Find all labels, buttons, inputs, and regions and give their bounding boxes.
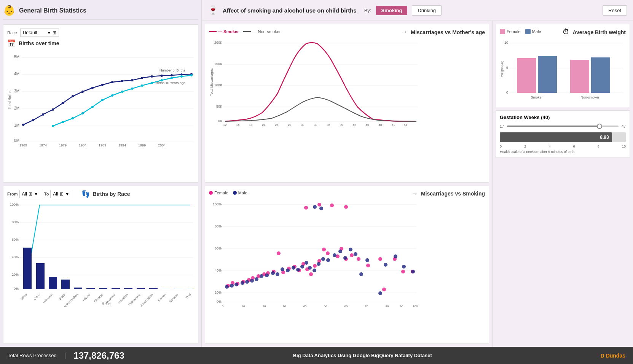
svg-text:Number of Births: Number of Births	[159, 68, 185, 72]
svg-text:Korean: Korean	[157, 293, 167, 302]
miscarriages-card: — Smoker — Non-smoker → Miscarriages vs …	[205, 24, 489, 183]
svg-rect-229	[517, 58, 536, 93]
svg-text:20: 20	[263, 305, 266, 308]
footer: Total Rows Processed | 137,826,763 Big D…	[0, 347, 633, 364]
svg-point-16	[52, 108, 54, 111]
svg-text:White: White	[20, 293, 28, 301]
right-header: 🍷 Affect of smoking and alcohol use on c…	[202, 0, 633, 21]
svg-point-190	[305, 261, 308, 265]
svg-point-157	[322, 248, 326, 251]
svg-rect-70	[36, 263, 45, 289]
svg-point-159	[304, 206, 308, 210]
svg-text:90: 90	[400, 305, 403, 308]
svg-point-195	[326, 258, 330, 262]
svg-point-179	[250, 279, 254, 283]
births-time-title: 📅 Births over time	[7, 39, 194, 48]
svg-text:Year: Year	[104, 149, 112, 149]
svg-text:Non-smoker: Non-smoker	[580, 95, 599, 99]
svg-text:Thai: Thai	[185, 293, 192, 300]
right-panel: 🍷 Affect of smoking and alcohol use on c…	[202, 0, 633, 347]
svg-point-174	[225, 285, 229, 289]
left-panel: 👶 General Birth Statistics Race Default …	[0, 0, 202, 347]
svg-text:1979: 1979	[59, 143, 67, 147]
svg-text:33: 33	[314, 123, 317, 126]
svg-point-36	[101, 99, 104, 101]
svg-point-38	[121, 91, 123, 93]
births-time-svg: 5M 4M 3M 2M 1M 0M Total	[7, 51, 194, 149]
svg-point-203	[359, 272, 363, 276]
svg-rect-81	[174, 289, 183, 289]
svg-text:Black: Black	[58, 292, 66, 300]
from-value: All	[22, 191, 27, 197]
svg-point-39	[131, 87, 133, 90]
smoker-legend-item: — Smoker	[209, 29, 239, 34]
race-filter-row: Race Default ▼ ⊞	[7, 29, 194, 37]
svg-point-208	[402, 265, 406, 269]
svg-point-205	[378, 291, 382, 295]
svg-text:200K: 200K	[214, 41, 222, 45]
svg-text:15: 15	[236, 123, 240, 126]
svg-text:21: 21	[262, 123, 266, 126]
svg-text:70: 70	[365, 305, 368, 308]
race-select[interactable]: Default ▼ ⊞	[20, 29, 59, 37]
svg-text:54: 54	[404, 123, 407, 126]
svg-point-177	[241, 281, 244, 285]
svg-text:12: 12	[223, 123, 227, 126]
svg-text:5: 5	[506, 66, 508, 70]
race-filter-label: Race	[7, 30, 17, 35]
svg-text:0: 0	[506, 91, 508, 94]
births-race-title: 👣 Births by Race	[81, 190, 130, 198]
svg-point-182	[265, 273, 269, 277]
svg-text:60%: 60%	[12, 238, 19, 242]
female-legend-label: Female	[214, 191, 228, 195]
svg-point-166	[344, 205, 348, 209]
svg-text:Weight (LB): Weight (LB)	[500, 61, 504, 77]
svg-point-19	[81, 91, 84, 93]
chevron-down-icon: ▼	[47, 31, 51, 35]
svg-text:100: 100	[413, 305, 418, 308]
svg-text:Other: Other	[33, 293, 41, 301]
svg-text:Births 10 Years ago: Births 10 Years ago	[156, 81, 185, 85]
svg-point-185	[281, 267, 284, 271]
from-select[interactable]: All ⊞ ▼	[19, 190, 41, 198]
smoking-button[interactable]: Smoking	[376, 6, 408, 15]
main-content: 👶 General Birth Statistics Race Default …	[0, 0, 633, 347]
reset-button[interactable]: Reset	[603, 5, 627, 16]
svg-rect-73	[74, 288, 82, 289]
non-smoker-legend-label: — Non-smoker	[252, 29, 281, 34]
svg-text:51: 51	[392, 123, 395, 126]
grid-icon: ⊞	[53, 30, 56, 35]
svg-rect-231	[570, 60, 589, 93]
svg-text:0%: 0%	[14, 287, 19, 291]
svg-point-178	[245, 280, 249, 284]
svg-point-158	[326, 251, 330, 255]
female-bw-label: Female	[507, 29, 521, 34]
svg-point-155	[313, 264, 317, 268]
svg-point-31	[52, 125, 54, 127]
svg-text:Total Miscarriages: Total Miscarriages	[210, 68, 214, 96]
from-filter: From All ⊞ ▼	[7, 190, 41, 198]
to-select[interactable]: All ⊞ ▼	[50, 190, 72, 198]
svg-point-35	[91, 106, 94, 108]
svg-text:1M: 1M	[14, 123, 19, 127]
scatter-legend: Female Male	[209, 191, 247, 195]
drinking-button[interactable]: Drinking	[412, 5, 442, 16]
births-time-chart: 5M 4M 3M 2M 1M 0M Total	[7, 51, 194, 149]
svg-rect-82	[187, 289, 194, 289]
svg-rect-77	[124, 288, 132, 289]
svg-point-13	[22, 124, 24, 126]
gestation-note: Health scale of a newborn after 5 minute…	[500, 150, 626, 154]
svg-point-26	[151, 75, 153, 78]
svg-text:40: 40	[303, 305, 307, 308]
svg-text:60: 60	[344, 305, 348, 308]
svg-text:60%: 60%	[215, 246, 222, 250]
svg-text:100K: 100K	[214, 83, 222, 87]
slider-max-label: 47	[622, 124, 626, 129]
footer-total-label: Total Rows Processed	[8, 353, 57, 358]
male-legend-item: Male	[233, 191, 247, 195]
svg-point-186	[286, 269, 290, 272]
svg-rect-80	[162, 289, 170, 289]
gestation-slider[interactable]	[507, 123, 619, 129]
female-legend-item: Female	[209, 191, 228, 195]
svg-point-207	[394, 254, 397, 258]
